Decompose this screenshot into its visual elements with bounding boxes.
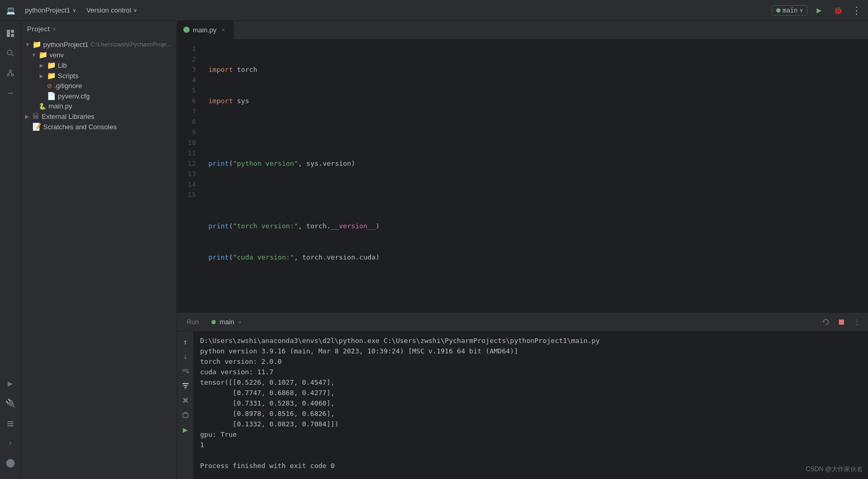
tree-item-scripts[interactable]: ▶ 📁 Scripts: [21, 70, 177, 81]
titlebar-menu: pythonProject1 ∨ Version control ∨: [21, 5, 772, 15]
code-line-7: print("cuda version:", torch.version.cud…: [208, 252, 862, 263]
tree-item-main-py[interactable]: 🐍 main.py: [21, 101, 177, 111]
more-options-button[interactable]: ⋮: [850, 315, 864, 329]
console-line-11: [200, 450, 862, 461]
tree-item-lib[interactable]: ▶ 📁 Lib: [21, 60, 177, 70]
search-icon[interactable]: [2, 45, 19, 62]
rerun-button[interactable]: [819, 315, 833, 329]
console-line-5: [0.7747, 0.6868, 0.4277],: [200, 388, 862, 398]
chevron-right-icon: ▶: [40, 73, 46, 79]
project-header-label: Project: [27, 25, 50, 33]
arrow-icon[interactable]: ›: [2, 434, 19, 451]
chevron-down-icon: ▼: [25, 42, 31, 47]
tree-item-venv[interactable]: ▼ 📁 venv: [21, 50, 177, 60]
console-text-output: D:\Users\zwshi\anaconda3\envs\d2l\python…: [194, 331, 868, 479]
run-config-dot: [776, 8, 780, 13]
svg-rect-12: [7, 425, 14, 426]
run-again-button[interactable]: ▶: [179, 423, 192, 436]
main-area: ⋯ ▶ 🔌 › ⬤ Project ∨ ▼: [0, 21, 868, 479]
sidebar-toggle-icon[interactable]: [2, 25, 19, 42]
svg-line-9: [10, 72, 13, 74]
main-tab[interactable]: main ×: [206, 316, 247, 328]
svg-rect-14: [839, 320, 844, 325]
svg-marker-17: [187, 372, 188, 374]
svg-rect-21: [183, 413, 188, 417]
tab-close-button[interactable]: ×: [238, 319, 241, 325]
run-tab-label: Run: [187, 318, 199, 326]
run-tab-dot-icon: [212, 320, 216, 324]
console-line-10: 1: [200, 440, 862, 450]
tree-label-main-py: main.py: [48, 102, 72, 110]
console-output: ↑ ↓: [177, 331, 868, 479]
more-button[interactable]: ⋮: [849, 3, 864, 18]
run-tab[interactable]: Run: [181, 316, 204, 328]
run-dashboard-icon[interactable]: ▶: [2, 375, 19, 391]
tree-item-external-libs[interactable]: ▶ 🏛 External Libraries: [21, 111, 177, 121]
code-content[interactable]: import torch import sys print("python ve…: [202, 40, 868, 312]
cfg-icon: 📄: [47, 92, 56, 100]
tree-label-lib: Lib: [58, 62, 67, 69]
layers-icon[interactable]: [2, 414, 19, 431]
soft-wrap-button[interactable]: [179, 365, 192, 377]
code-line-8: [208, 284, 862, 294]
svg-marker-13: [823, 321, 825, 323]
tree-item-pyvenv-cfg[interactable]: 📄 pyvenv.cfg: [21, 91, 177, 101]
console-line-8: [0.1332, 0.0823, 0.7084]]): [200, 419, 862, 429]
project-title: Project ∨: [27, 25, 56, 33]
svg-rect-19: [183, 385, 188, 386]
sidebar-header: Project ∨: [21, 21, 177, 37]
stop-button[interactable]: [835, 315, 848, 329]
console-line-3: cuda version: 11.7: [200, 367, 862, 377]
main-tab-label: main: [219, 318, 234, 326]
tree-label-pythonproject1: pythonProject1: [43, 41, 89, 48]
run-button[interactable]: ▶: [812, 3, 826, 18]
app-icon: 💻: [4, 4, 17, 17]
terminal-icon[interactable]: ⬤: [2, 454, 19, 471]
delete-button[interactable]: [179, 409, 192, 421]
project-chevron-icon: ∨: [72, 7, 76, 13]
tree-label-scratches: Scratches and Consoles: [43, 123, 117, 131]
console-line-0: D:\Users\zwshi\anaconda3\envs\d2l\python…: [200, 336, 862, 346]
svg-rect-1: [11, 30, 14, 33]
code-line-3: [208, 127, 862, 138]
filter-button[interactable]: [179, 379, 192, 392]
svg-line-8: [8, 72, 10, 74]
project-header-chevron-icon: ∨: [52, 26, 56, 32]
console-line-7: [0.8978, 0.8516, 0.6826],: [200, 409, 862, 419]
scroll-down-button[interactable]: ↓: [179, 350, 192, 363]
version-control-menu-item[interactable]: Version control ∨: [82, 5, 141, 15]
run-config-chevron-icon: ∨: [800, 7, 803, 13]
git-icon[interactable]: [2, 65, 19, 81]
chevron-right-icon: ▶: [25, 114, 31, 119]
tree-path-pythonproject1: C:\Users\zwshi\PycharmProje...: [91, 41, 171, 47]
scratches-icon: 📝: [32, 122, 41, 131]
svg-rect-10: [7, 421, 14, 422]
tree-label-venv: venv: [49, 51, 64, 59]
external-libs-icon: 🏛: [32, 112, 40, 120]
more-tools-icon[interactable]: ⋯: [2, 84, 19, 101]
debug-button[interactable]: 🐞: [830, 3, 845, 18]
code-line-6: print("torch version:", torch.__version_…: [208, 221, 862, 231]
scroll-up-button[interactable]: ↑: [179, 336, 192, 348]
plugins-icon[interactable]: 🔌: [2, 395, 19, 411]
svg-rect-2: [11, 34, 14, 37]
project-menu-item[interactable]: pythonProject1 ∨: [21, 5, 80, 15]
code-line-5: [208, 190, 862, 200]
svg-point-6: [7, 74, 9, 76]
console-line-4: tensor([[0.5226, 0.1027, 0.4547],: [200, 377, 862, 388]
tree-item-pythonproject1[interactable]: ▼ 📁 pythonProject1 C:\Users\zwshi\Pychar…: [21, 39, 177, 50]
run-config[interactable]: main ∨: [772, 5, 808, 16]
code-line-2: import sys: [208, 96, 862, 106]
code-editor[interactable]: 1 2 3 4 5 6 7 8 9 10 11 12 13 14 15 impo…: [177, 40, 868, 312]
tree-item-scratches[interactable]: 📝 Scratches and Consoles: [21, 121, 177, 132]
editor-tab-main-py[interactable]: main.py ×: [177, 21, 234, 39]
folder-icon: 📁: [32, 40, 41, 48]
left-icon-bar: ⋯ ▶ 🔌 › ⬤: [0, 21, 21, 479]
tree-item-gitignore[interactable]: ⊘ .gitignore: [21, 81, 177, 91]
tree-label-scripts: Scripts: [58, 72, 79, 80]
bottom-tab-bar: Run main ×: [177, 313, 868, 331]
chevron-right-icon: ▶: [40, 63, 46, 68]
editor-area: main.py × 1 2 3 4 5 6 7 8 9 10 11 12 13 …: [177, 21, 868, 479]
tab-close-button[interactable]: ×: [220, 26, 227, 33]
clear-console-button[interactable]: [179, 394, 192, 407]
